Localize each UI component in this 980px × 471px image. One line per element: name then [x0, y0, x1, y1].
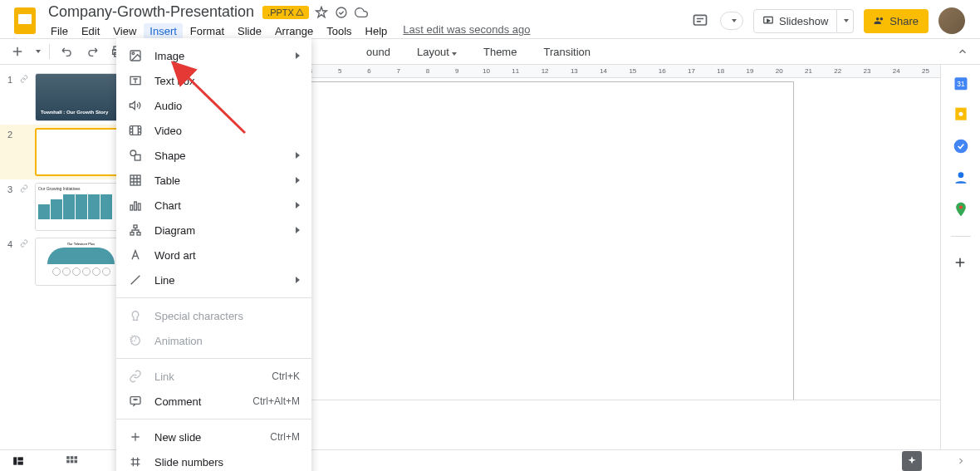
image-icon: [128, 48, 143, 63]
calendar-icon[interactable]: 31: [953, 75, 969, 91]
slide-filmstrip: 1Townhall : Our Growth Story23Our Growin…: [0, 65, 133, 449]
svg-rect-17: [66, 456, 70, 459]
svg-rect-31: [135, 202, 137, 210]
line-icon: [128, 272, 143, 287]
theme-button[interactable]: Theme: [477, 42, 523, 61]
explore-button[interactable]: [902, 451, 922, 471]
undo-button[interactable]: [58, 42, 76, 61]
svg-rect-15: [17, 457, 22, 460]
comment-icon: [128, 394, 143, 409]
grid-view-button[interactable]: [61, 453, 81, 469]
slidenumbers-icon: [128, 454, 143, 469]
chevron-right-icon: [296, 52, 300, 59]
user-avatar[interactable]: [938, 7, 965, 34]
slideshow-button[interactable]: Slideshow: [753, 9, 837, 33]
svg-point-24: [132, 52, 135, 55]
svg-point-10: [958, 112, 963, 116]
insert-menu-chart[interactable]: Chart: [116, 193, 311, 218]
svg-rect-18: [71, 456, 74, 459]
doc-title[interactable]: Company-Growth-Presentation: [45, 2, 257, 22]
audio-icon: [128, 98, 143, 113]
collapse-sidepanel-button[interactable]: [950, 450, 972, 472]
meet-button[interactable]: [720, 12, 743, 30]
table-icon: [128, 173, 143, 188]
insert-menu-new-slide[interactable]: New slideCtrl+M: [116, 424, 311, 449]
animation-icon: [128, 333, 143, 348]
insert-menu-special-characters: Special characters: [116, 303, 311, 328]
menu-insert[interactable]: Insert: [144, 23, 183, 39]
move-icon[interactable]: [334, 5, 349, 20]
slideshow-dropdown[interactable]: [837, 9, 854, 33]
collapse-toolbar-button[interactable]: [953, 42, 972, 61]
svg-rect-29: [130, 175, 140, 185]
layout-button[interactable]: Layout: [410, 42, 463, 61]
pptx-badge: .PPTX: [262, 6, 309, 19]
slide-canvas[interactable]: [279, 81, 794, 409]
svg-rect-26: [130, 126, 140, 135]
star-icon[interactable]: [314, 5, 329, 20]
addons-icon[interactable]: [953, 255, 969, 272]
chart-icon: [128, 198, 143, 213]
insert-menu-word-art[interactable]: Word art: [116, 243, 311, 267]
chevron-right-icon: [296, 177, 300, 184]
contacts-icon[interactable]: [953, 169, 969, 186]
insert-menu-table[interactable]: Table: [116, 168, 311, 193]
menu-help[interactable]: Help: [360, 23, 394, 39]
maps-icon[interactable]: [953, 201, 969, 218]
menu-format[interactable]: Format: [184, 23, 230, 39]
slide-thumbnail-4[interactable]: 4Our Teleuture Plus: [0, 234, 132, 289]
link-icon: [128, 369, 143, 384]
shape-icon: [128, 148, 143, 163]
insert-menu-dropdown: ImageText boxAudioVideoShapeTableChartDi…: [116, 38, 311, 471]
slide-thumbnail-1[interactable]: 1Townhall : Our Growth Story: [0, 70, 132, 125]
svg-rect-14: [13, 457, 17, 464]
new-slide-dropdown[interactable]: [36, 50, 41, 53]
svg-rect-33: [134, 225, 137, 228]
insert-menu-animation: Animation: [116, 328, 311, 353]
insert-menu-audio[interactable]: Audio: [116, 93, 311, 118]
svg-point-11: [953, 140, 968, 154]
insert-menu-video[interactable]: Video: [116, 118, 311, 143]
last-edit-link[interactable]: Last edit was seconds ago: [403, 23, 530, 39]
transition-button[interactable]: Transition: [537, 42, 597, 61]
menu-file[interactable]: File: [45, 23, 74, 39]
newslide-icon: [128, 429, 143, 444]
svg-rect-19: [75, 456, 78, 459]
slides-logo[interactable]: [10, 6, 40, 36]
cloud-icon[interactable]: [354, 5, 369, 20]
menu-slide[interactable]: Slide: [232, 23, 267, 39]
keep-icon[interactable]: [953, 106, 969, 123]
comment-history-icon[interactable]: [690, 11, 710, 31]
slide-thumbnail-3[interactable]: 3Our Growing Initiatives: [0, 179, 132, 234]
filmstrip-view-button[interactable]: [8, 453, 28, 469]
insert-menu-comment[interactable]: CommentCtrl+Alt+M: [116, 389, 311, 414]
tasks-icon[interactable]: [953, 138, 969, 155]
svg-point-0: [336, 7, 346, 17]
slide-thumbnail-2[interactable]: 2: [0, 125, 132, 179]
menu-edit[interactable]: Edit: [76, 23, 105, 39]
menu-tools[interactable]: Tools: [321, 23, 357, 39]
textbox-icon: [128, 73, 143, 88]
insert-menu-diagram[interactable]: Diagram: [116, 218, 311, 243]
wordart-icon: [128, 248, 143, 262]
redo-button[interactable]: [83, 42, 101, 61]
svg-rect-28: [135, 155, 140, 160]
chevron-right-icon: [296, 202, 300, 209]
svg-rect-21: [71, 459, 74, 463]
share-button[interactable]: Share: [864, 9, 929, 33]
menu-view[interactable]: View: [107, 23, 142, 39]
chevron-right-icon: [296, 227, 300, 233]
background-button[interactable]: ound: [360, 42, 397, 61]
menu-bar: FileEditViewInsertFormatSlideArrangeTool…: [45, 23, 690, 39]
insert-menu-image[interactable]: Image: [116, 43, 311, 68]
new-slide-button[interactable]: [8, 42, 27, 61]
svg-text:31: 31: [957, 80, 965, 88]
insert-menu-shape[interactable]: Shape: [116, 143, 311, 168]
svg-point-12: [958, 172, 963, 178]
menu-arrange[interactable]: Arrange: [269, 23, 319, 39]
svg-rect-1: [694, 15, 707, 25]
insert-menu-text-box[interactable]: Text box: [116, 68, 311, 93]
insert-menu-line[interactable]: Line: [116, 267, 311, 292]
video-icon: [128, 123, 143, 138]
insert-menu-slide-numbers[interactable]: Slide numbers: [116, 449, 311, 471]
